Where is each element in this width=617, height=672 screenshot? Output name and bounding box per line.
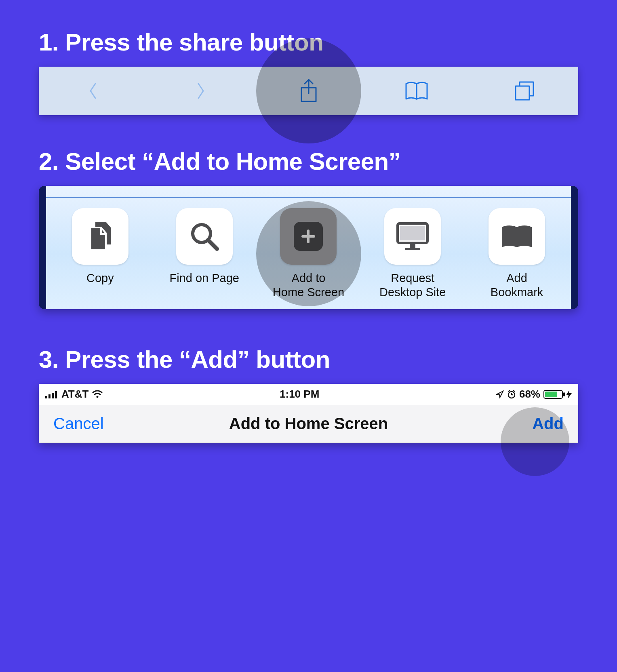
share-sheet: Copy Find on Page Add to Home Sc xyxy=(39,186,578,309)
bookmarks-button[interactable] xyxy=(362,80,470,101)
share-item-desktop[interactable]: Request Desktop Site xyxy=(363,208,462,299)
svg-line-5 xyxy=(208,240,217,249)
desktop-icon xyxy=(384,208,441,265)
svg-marker-22 xyxy=(566,390,572,399)
svg-rect-14 xyxy=(52,393,54,398)
chevron-right-icon xyxy=(195,81,206,101)
svg-rect-15 xyxy=(55,391,57,398)
status-bar: AT&T 1:10 PM 68% xyxy=(39,384,578,405)
tabs-icon xyxy=(513,80,536,102)
signal-icon xyxy=(45,390,58,398)
share-icon xyxy=(298,78,320,104)
add-button[interactable]: Add xyxy=(532,415,564,433)
search-icon xyxy=(176,208,233,265)
svg-rect-9 xyxy=(400,226,425,240)
share-item-label: Add to Home Screen xyxy=(273,271,344,299)
battery-fill xyxy=(545,392,557,397)
divider xyxy=(46,197,571,198)
carrier-label: AT&T xyxy=(61,388,88,400)
add-home-icon xyxy=(280,208,337,265)
share-item-label: Find on Page xyxy=(169,271,239,285)
chevron-left-icon xyxy=(87,81,99,101)
svg-rect-11 xyxy=(405,248,420,250)
share-item-find[interactable]: Find on Page xyxy=(155,208,254,299)
step-2-heading: 2. Select “Add to Home Screen” xyxy=(39,147,578,175)
alarm-icon xyxy=(507,390,516,399)
step-1-heading: 1. Press the share button xyxy=(39,28,578,56)
share-item-copy[interactable]: Copy xyxy=(51,208,150,299)
wifi-icon xyxy=(92,390,103,398)
share-action-row: Copy Find on Page Add to Home Sc xyxy=(51,208,566,299)
svg-rect-3 xyxy=(516,86,529,100)
status-time: 1:10 PM xyxy=(280,388,319,400)
book-icon xyxy=(404,80,429,101)
share-item-label: Request Desktop Site xyxy=(379,271,446,299)
ios-add-home-sheet: AT&T 1:10 PM 68% xyxy=(39,384,578,443)
copy-icon xyxy=(72,208,128,265)
share-button[interactable] xyxy=(255,78,362,104)
battery-percent: 68% xyxy=(519,388,540,400)
step-3-heading: 3. Press the “Add” button xyxy=(39,345,578,373)
svg-line-21 xyxy=(513,390,515,392)
sheet-title: Add to Home Screen xyxy=(229,415,388,433)
share-item-label: Copy xyxy=(86,271,114,285)
safari-bottom-toolbar xyxy=(39,67,578,115)
charging-icon xyxy=(566,390,572,399)
share-item-bookmark[interactable]: Add Bookmark xyxy=(467,208,566,299)
tabs-button[interactable] xyxy=(470,80,578,102)
share-item-label: Add Bookmark xyxy=(491,271,543,299)
forward-button[interactable] xyxy=(147,81,255,101)
svg-rect-12 xyxy=(45,396,47,398)
svg-point-16 xyxy=(97,396,99,398)
battery-icon xyxy=(543,390,563,399)
location-icon xyxy=(496,390,504,398)
svg-rect-13 xyxy=(48,394,51,398)
cancel-button[interactable]: Cancel xyxy=(53,415,104,433)
share-item-add-home[interactable]: Add to Home Screen xyxy=(259,208,358,299)
svg-line-20 xyxy=(508,390,510,392)
sheet-header: Cancel Add to Home Screen Add xyxy=(39,405,578,443)
svg-rect-10 xyxy=(410,244,415,248)
back-button[interactable] xyxy=(39,81,147,101)
bookmark-icon xyxy=(489,208,545,265)
